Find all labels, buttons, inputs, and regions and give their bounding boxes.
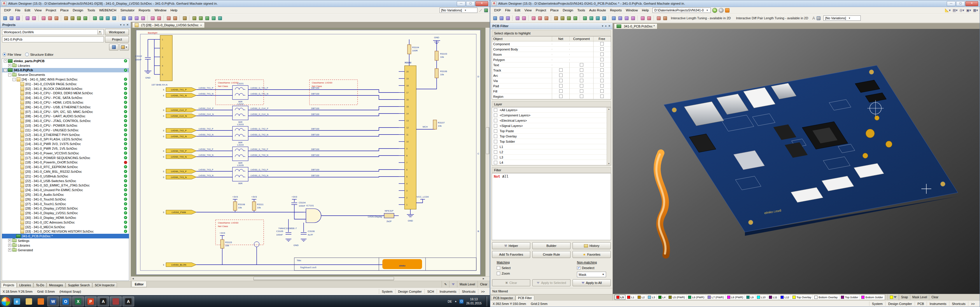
taskbar-windows-explorer-icon[interactable] bbox=[23, 297, 34, 306]
layer-row[interactable]: Top Solder bbox=[492, 139, 611, 144]
panel-tab-pcb-filter[interactable]: PCB Filter bbox=[515, 295, 535, 300]
checkbox[interactable] bbox=[494, 124, 497, 127]
menu-help[interactable]: Help bbox=[169, 8, 180, 13]
open-document-icon[interactable] bbox=[498, 15, 504, 21]
editor-tab[interactable]: Editor bbox=[132, 281, 147, 287]
tree-item[interactable]: [21] - 341-0_USBHub.SchDoc✔ bbox=[2, 174, 129, 178]
checkbox[interactable] bbox=[580, 68, 583, 72]
tree-item[interactable]: [13] - 341-0_SPI FLASH, LEDS.SchDoc✔ bbox=[2, 137, 129, 142]
history-button[interactable]: History bbox=[573, 242, 611, 249]
zoom-document-icon[interactable] bbox=[559, 15, 565, 21]
measure-tool-icon[interactable]: 📐▾ bbox=[945, 8, 951, 12]
status-link-instruments[interactable]: Instruments bbox=[927, 301, 949, 306]
deselect-checkbox[interactable]: ✔Deselect bbox=[577, 266, 606, 270]
taskbar-media-player-icon[interactable] bbox=[35, 297, 46, 306]
menu-help[interactable]: Help bbox=[640, 8, 651, 13]
path-combo[interactable]: D:\Daten\elmkoProjectsSVN\341-0 ▼ bbox=[652, 8, 711, 13]
status-link-shortcuts[interactable]: Shortcuts bbox=[459, 289, 478, 294]
zoom-checkbox[interactable]: Zoom bbox=[497, 272, 511, 275]
net-label-icon[interactable] bbox=[204, 15, 210, 21]
layer-tab-l3[interactable]: L3 bbox=[646, 295, 657, 300]
layer-tab-l8-pwr-[interactable]: L8 (PWR) bbox=[725, 295, 745, 300]
wire-icon[interactable] bbox=[191, 15, 197, 21]
status-link-designcompiler[interactable]: Design Compiler bbox=[885, 301, 915, 306]
maximize-button[interactable]: ▢ bbox=[956, 1, 965, 6]
tree-item[interactable]: [05] - 341-0_CPU - HDMI, LVDS.SchDoc✔ bbox=[2, 100, 129, 105]
pcb-filter-header[interactable]: PCB Filter ▾ ⌖ ✕ bbox=[490, 23, 612, 29]
status-link-designcompiler[interactable]: Design Compiler bbox=[395, 289, 425, 294]
tree-item[interactable]: [01] - 341-0_COVER PAGE.SchDoc✔ bbox=[2, 82, 129, 86]
filter-expression-input[interactable]: Not All bbox=[492, 173, 611, 240]
layer-tab-l12[interactable]: L12 bbox=[779, 295, 791, 300]
mask-level-button[interactable]: Mask Level bbox=[457, 281, 477, 288]
status-link-system[interactable]: System bbox=[379, 289, 395, 294]
layer-row[interactable]: L3 bbox=[492, 155, 611, 160]
selection-box-icon[interactable] bbox=[611, 15, 617, 21]
print-preview-icon[interactable] bbox=[31, 15, 37, 21]
menu-project[interactable]: Project bbox=[44, 8, 58, 13]
paste-icon[interactable] bbox=[105, 15, 111, 21]
menu-place[interactable]: Place bbox=[548, 8, 561, 13]
open-board-icon[interactable] bbox=[47, 15, 53, 21]
variations-combo[interactable]: [No Variations]▼ bbox=[823, 16, 861, 21]
layer-tab-ls[interactable]: LS bbox=[615, 295, 625, 300]
menu-design[interactable]: Design bbox=[561, 8, 575, 13]
checkbox[interactable] bbox=[494, 108, 497, 112]
tree-item[interactable]: [33] - 341-0_DOC REVISION HISTORY.SchDoc… bbox=[2, 229, 129, 234]
layer-tab-top-overlay[interactable]: Top Overlay bbox=[791, 295, 813, 300]
panel-tab-to-do[interactable]: To-Do bbox=[33, 283, 46, 288]
layer-tab-l2[interactable]: L2 bbox=[636, 295, 647, 300]
favorites-button[interactable]: ★Favorites bbox=[573, 251, 611, 258]
cross-select-icon[interactable] bbox=[165, 15, 172, 21]
tree-item[interactable]: +Settings bbox=[2, 239, 129, 243]
checkbox[interactable] bbox=[494, 145, 497, 148]
layer-tab-l9[interactable]: L9 bbox=[745, 295, 756, 300]
layer-row[interactable]: <Electrical Layers> bbox=[492, 118, 611, 123]
zoom-selection-icon[interactable] bbox=[566, 15, 572, 21]
cut-icon[interactable] bbox=[582, 15, 588, 21]
apply-to-selected-button[interactable]: Apply to Selected bbox=[532, 279, 571, 286]
checkbox[interactable] bbox=[559, 84, 563, 87]
tree-item[interactable]: [24] - 341-0_Unused Pin EMMC.SchDoc✔ bbox=[2, 188, 129, 192]
panel-tab-sch-inspector[interactable]: SCH Inspector bbox=[92, 283, 117, 288]
layer-row[interactable]: <All Layers> bbox=[492, 107, 611, 113]
layer-tab-bottom-solder[interactable]: Bottom Solder bbox=[860, 295, 885, 300]
gnd-port-icon[interactable] bbox=[217, 15, 223, 21]
tree-item[interactable]: [17] - 341-0_POWER SEQUENCING.SchDoc✔ bbox=[2, 156, 129, 160]
tree-item[interactable]: [14] - 341-0_PWR 3V3, 1V375.SchDoc✔ bbox=[2, 142, 129, 146]
new-sheet-icon[interactable] bbox=[53, 15, 59, 21]
tree-item[interactable]: [02] - 341-0_BLOCK DIAGRAM.SchDoc✔ bbox=[2, 86, 129, 91]
layer-tab-bottom-overlay[interactable]: Bottom Overlay bbox=[813, 295, 839, 300]
layer-row[interactable]: L2 bbox=[492, 150, 611, 155]
zoom-document-icon[interactable] bbox=[69, 15, 75, 21]
checkbox[interactable] bbox=[600, 79, 604, 82]
checkbox[interactable] bbox=[559, 73, 563, 77]
tree-item[interactable]: -elmko_parts.PrjPCB✔ bbox=[2, 59, 129, 63]
pcb-doc-tab[interactable]: 341-0_PCB.PcbDoc * bbox=[614, 23, 657, 29]
panel-tab-projects[interactable]: Projects bbox=[1, 283, 17, 288]
checkbox[interactable] bbox=[494, 150, 497, 154]
tree-item[interactable]: [26] - 341-0_Touch0.SchDoc✔ bbox=[2, 197, 129, 202]
create-rule-button[interactable]: Create Rule bbox=[532, 251, 571, 258]
find-tool-icon[interactable]: ◎▾ bbox=[959, 8, 964, 12]
right-titlebar[interactable]: A Altium Designer (15.0) - D:\Daten\elmk… bbox=[490, 0, 980, 7]
tray-outlook-icon[interactable]: O bbox=[460, 299, 463, 304]
tree-item[interactable]: [18] - 341-0_PowerIn_OnOff.SchDoc bbox=[2, 160, 129, 165]
panel-tab-libraries[interactable]: Libraries bbox=[17, 283, 33, 288]
filter-icon[interactable] bbox=[449, 281, 457, 288]
tree-item[interactable]: [25] - 341-0_Audio.SchDoc✔ bbox=[2, 192, 129, 197]
taskbar-excel-icon[interactable]: X bbox=[72, 296, 84, 306]
browse-component-icon[interactable] bbox=[531, 15, 536, 21]
checkbox[interactable] bbox=[559, 79, 563, 82]
clear-filter-icon[interactable] bbox=[630, 15, 636, 21]
nav-back-icon[interactable]: ◂ bbox=[712, 8, 717, 13]
add-to-favorites-button[interactable]: Add To Favorites bbox=[492, 251, 530, 258]
taskbar-powerpoint-icon[interactable]: P bbox=[85, 296, 97, 306]
checkbox[interactable] bbox=[580, 84, 583, 87]
new-document-icon[interactable] bbox=[2, 15, 8, 21]
new-sheet-icon[interactable] bbox=[543, 15, 549, 21]
apply-to-all-button[interactable]: Apply to All bbox=[573, 279, 611, 286]
tree-item[interactable]: [09] - 341-0_CPU - JTAG, CONTROL.SchDoc✔ bbox=[2, 118, 129, 123]
status-link-[interactable]: >> bbox=[968, 301, 977, 306]
new-document-icon[interactable] bbox=[492, 15, 498, 21]
